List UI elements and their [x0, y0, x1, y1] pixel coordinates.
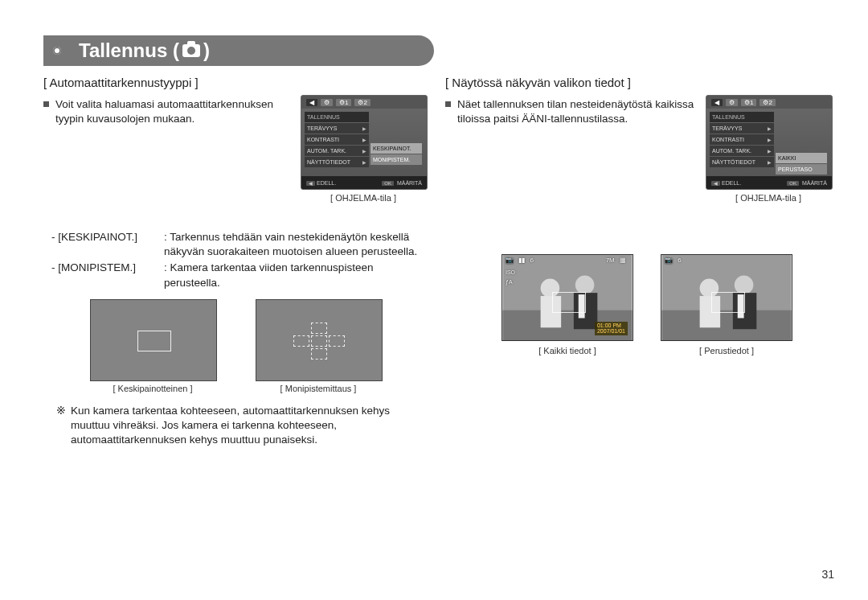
menu-item: TERÄVYYS▶ — [710, 123, 774, 134]
menu-item: NÄYTTÖTIEDOT▶ — [305, 157, 369, 167]
menu-foot-back: EDELL. — [722, 180, 741, 186]
menu-body: TALLENNUS TERÄVYYS▶ KONTRASTI▶ AUTOM. TA… — [706, 109, 832, 176]
svg-rect-8 — [662, 310, 792, 340]
menu-item: TERÄVYYS▶ — [305, 123, 369, 134]
menu-foot-ok: OK — [787, 181, 799, 186]
menu-screenshot-right: ◀ ⚙ ⚙1 ⚙2 TALLENNUS TERÄVYYS▶ KONTRASTI▶… — [706, 95, 833, 190]
menu-sub-item: PERUSTASO — [776, 164, 827, 175]
menu-items-col: TALLENNUS TERÄVYYS▶ KONTRASTI▶ AUTOM. TA… — [305, 112, 369, 168]
hud-battery-icon: ▮▮ — [518, 257, 525, 264]
photo-hud: 📷 ▮▮ 6 7M ▦ — [506, 257, 629, 264]
hud-camera-icon: 📷 — [506, 257, 514, 264]
menu-top-tabs: ◀ ⚙ ⚙1 ⚙2 — [706, 96, 832, 109]
note-mark-icon: ※ — [56, 404, 71, 448]
bullet-icon — [43, 101, 49, 107]
left-section-title: [ Automaattitarkennustyyppi ] — [43, 76, 429, 89]
menu-foot-ok: OK — [382, 181, 394, 186]
menu-top-tabs: ◀ ⚙ ⚙1 ⚙2 — [301, 96, 427, 109]
menu-tab-icon: ⚙ — [726, 99, 738, 106]
menu-tab-icon: ⚙2 — [760, 99, 775, 106]
menu-sub-col: KESKIPAINOT. MONIPISTEM. — [371, 143, 422, 166]
menu-tab-icon: ⚙1 — [336, 99, 351, 106]
menu-shot-right-caption: [ OHJELMA-tila ] — [706, 193, 831, 203]
hud-flash: ƒA — [506, 279, 513, 285]
sample-photo-basic-info: 📷 6 — [661, 254, 792, 341]
hud-time: 01:00 PM — [597, 323, 625, 329]
hud-camera-icon: 📷 — [665, 257, 673, 264]
header-title-suffix: ) — [203, 39, 210, 62]
menu-tab-icon: ⚙1 — [741, 99, 756, 106]
menu-tab-icon: ⚙2 — [354, 99, 370, 106]
note-text: Kun kamera tarkentaa kohteeseen, automaa… — [71, 404, 426, 448]
menu-item: AUTOM. TARK.▶ — [305, 146, 369, 156]
left-bullet-text: Voit valita haluamasi automaattitarkennu… — [55, 97, 297, 126]
multi-focus-illustration — [256, 299, 383, 381]
definition-text: : Kamera tarkentaa viiden tarkennuspiste… — [164, 261, 429, 290]
definition-row: - [MONIPISTEM.] : Kamera tarkentaa viide… — [51, 261, 429, 290]
menu-sub-item-selected: KESKIPAINOT. — [371, 143, 422, 154]
menu-screenshot-left: ◀ ⚙ ⚙1 ⚙2 TALLENNUS TERÄVYYS▶ KONTRASTI▶… — [301, 95, 428, 190]
menu-shot-left-caption: [ OHJELMA-tila ] — [301, 193, 426, 203]
definition-key: - [KESKIPAINOT.] — [51, 230, 164, 259]
page: Tallennus ( ) [ Automaattitarkennustyypp… — [0, 0, 868, 600]
header-title-prefix: Tallennus ( — [79, 39, 179, 62]
center-focus-caption: [ Keskipainotteinen ] — [90, 384, 215, 393]
menu-section-label: TALLENNUS — [305, 112, 369, 122]
section-dot-icon — [53, 47, 61, 55]
hud-date: 2007/01/01 — [597, 328, 625, 335]
hud-size: 7M — [606, 257, 615, 264]
multi-focus-grid-icon — [293, 323, 345, 360]
page-number: 31 — [821, 568, 834, 581]
menu-sub-item: MONIPISTEM. — [371, 154, 422, 165]
menu-foot-set: MÄÄRITÄ — [397, 180, 422, 186]
menu-footer: ◀EDELL. OK MÄÄRITÄ — [301, 176, 427, 189]
menu-tab-icon: ⚙ — [321, 99, 333, 106]
menu-items-col: TALLENNUS TERÄVYYS▶ KONTRASTI▶ AUTOM. TA… — [710, 112, 774, 168]
right-bullet-text: Näet tallennuksen tilan nesteidenäytöstä… — [457, 97, 698, 126]
center-focus-illustration — [90, 299, 217, 381]
menu-item: AUTOM. TARK.▶ — [710, 146, 774, 156]
camera-icon — [182, 44, 200, 57]
menu-tab-icon: ◀ — [711, 99, 723, 106]
note-block: ※ Kun kamera tarkentaa kohteeseen, autom… — [56, 404, 426, 448]
photo-full-caption: [ Kaikki tiedot ] — [502, 346, 633, 355]
center-focus-frame-icon — [137, 331, 171, 351]
bullet-icon — [445, 101, 451, 107]
menu-section-label: TALLENNUS — [710, 112, 774, 122]
multi-focus-caption: [ Monipistemittaus ] — [256, 384, 381, 393]
menu-item: KONTRASTI▶ — [305, 134, 369, 145]
definitions-block: - [KESKIPAINOT.] : Tarkennus tehdään vai… — [51, 230, 429, 292]
hud-iso: ISO — [506, 269, 515, 275]
hud-shots: 6 — [530, 257, 533, 264]
definition-text: : Tarkennus tehdään vain nestekidenäytön… — [164, 230, 429, 259]
definition-row: - [KESKIPAINOT.] : Tarkennus tehdään vai… — [51, 230, 429, 259]
photo-basic-caption: [ Perustiedot ] — [661, 346, 792, 355]
sample-photo-full-info: 📷 ▮▮ 6 7M ▦ ISO ƒA 01:00 PM 2007/01/01 — [502, 254, 633, 341]
menu-body: TALLENNUS TERÄVYYS▶ KONTRASTI▶ AUTOM. TA… — [301, 109, 427, 176]
menu-sub-item-selected: KAIKKI — [776, 153, 827, 163]
header-bar: Tallennus ( ) — [43, 35, 434, 66]
right-section-title: [ Näytössä näkyvän valikon tiedot ] — [445, 76, 831, 89]
menu-sub-col: KAIKKI PERUSTASO — [776, 153, 827, 175]
timestamp-overlay: 01:00 PM 2007/01/01 — [595, 322, 628, 335]
menu-foot-set: MÄÄRITÄ — [802, 180, 827, 186]
definition-key: - [MONIPISTEM.] — [51, 261, 164, 290]
menu-item: NÄYTTÖTIEDOT▶ — [710, 157, 774, 167]
menu-tab-icon: ◀ — [306, 99, 317, 106]
photo-hud-basic: 📷 6 — [665, 257, 788, 264]
focus-frame-icon — [711, 292, 745, 313]
menu-footer: ◀EDELL. OK MÄÄRITÄ — [706, 176, 832, 189]
focus-frame-icon — [552, 292, 586, 313]
menu-item: KONTRASTI▶ — [710, 134, 774, 145]
hud-shots: 6 — [678, 257, 681, 264]
menu-foot-back: EDELL. — [317, 180, 336, 186]
